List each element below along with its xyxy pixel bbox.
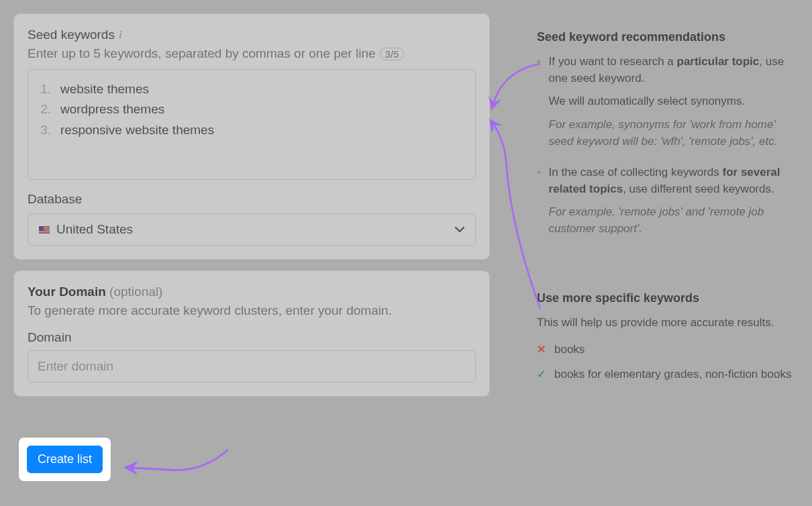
domain-input[interactable] xyxy=(28,350,476,383)
info-icon[interactable]: i xyxy=(119,28,122,42)
domain-card: Your Domain (optional) To generate more … xyxy=(13,270,490,397)
recommendations-panel: Seed keyword recommendations • If you wa… xyxy=(537,13,799,407)
keyword-text: wordpress themes xyxy=(60,99,164,119)
bad-example-text: books xyxy=(554,342,585,358)
seed-title: Seed keywords xyxy=(28,28,115,42)
us-flag-icon xyxy=(39,226,50,234)
check-icon: ✓ xyxy=(537,366,546,383)
create-button-highlight: Create list xyxy=(19,438,111,481)
good-example: ✓ books for elementary grades, non-ficti… xyxy=(537,366,799,383)
seed-title-row: Seed keywords i xyxy=(28,28,476,42)
seed-subtitle-row: Enter up to 5 keywords, separated by com… xyxy=(28,46,476,61)
create-list-button[interactable]: Create list xyxy=(27,446,103,473)
recommendations-heading: Seed keyword recommendations xyxy=(537,30,799,44)
seed-keywords-input[interactable]: 1. website themes 2. wordpress themes 3.… xyxy=(28,69,476,180)
recommendation-bullet: • If you want to research a particular t… xyxy=(537,54,799,156)
specific-keywords-heading: Use more specific keywords xyxy=(537,291,799,305)
seed-subtitle: Enter up to 5 keywords, separated by com… xyxy=(28,46,376,61)
keyword-number: 2. xyxy=(40,99,51,119)
keyword-number: 3. xyxy=(40,120,51,140)
keyword-number: 1. xyxy=(40,79,51,99)
keyword-line: 3. responsive website themes xyxy=(40,120,463,140)
recommendation-bullet: • In the case of collecting keywords for… xyxy=(537,164,799,244)
good-example-text: books for elementary grades, non-fiction… xyxy=(554,366,791,383)
recommendation-text: If you want to research a particular top… xyxy=(549,54,799,87)
keyword-text: responsive website themes xyxy=(60,120,214,140)
keyword-line: 1. website themes xyxy=(40,79,463,99)
domain-title-light: (optional) xyxy=(109,285,162,299)
recommendation-text: We will automatically select synonyms. xyxy=(549,93,799,110)
recommendation-example: For example, synonyms for 'work from hom… xyxy=(549,117,799,150)
x-icon: ✕ xyxy=(537,342,546,358)
keyword-line: 2. wordpress themes xyxy=(40,99,463,119)
bad-example: ✕ books xyxy=(537,342,799,358)
bullet-dot-icon: • xyxy=(537,164,541,244)
recommendation-text: In the case of collecting keywords for s… xyxy=(549,164,799,197)
seed-keywords-card: Seed keywords i Enter up to 5 keywords, … xyxy=(13,13,490,260)
specific-keywords-desc: This will help us provide more accurate … xyxy=(537,315,799,332)
keyword-count-badge: 3/5 xyxy=(380,48,405,60)
database-select[interactable]: United States xyxy=(28,213,476,246)
domain-field-label: Domain xyxy=(28,330,476,345)
bullet-dot-icon: • xyxy=(537,54,541,156)
database-selected: United States xyxy=(56,222,133,237)
domain-description: To generate more accurate keyword cluste… xyxy=(28,303,476,318)
database-label: Database xyxy=(28,192,476,207)
domain-title: Your Domain (optional) xyxy=(28,285,476,299)
recommendation-example: For example, 'remote jobs' and 'remote j… xyxy=(549,204,799,237)
chevron-down-icon xyxy=(455,224,464,235)
keyword-text: website themes xyxy=(60,79,149,99)
domain-title-bold: Your Domain xyxy=(28,285,106,299)
